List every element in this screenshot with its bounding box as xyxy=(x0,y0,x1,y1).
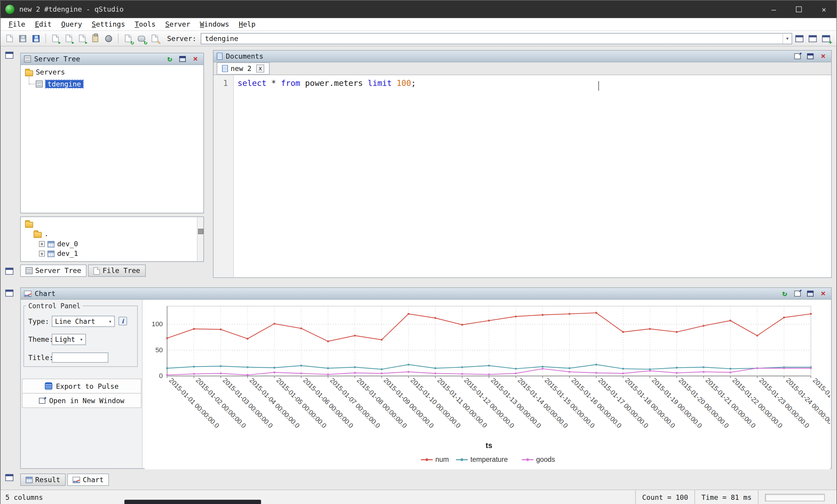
dock-restore-icon-top-left[interactable] xyxy=(5,52,14,59)
button-label: Export to Pulse xyxy=(56,382,119,390)
tree-item-dev-0[interactable]: + dev_0 xyxy=(39,239,78,248)
titlebar: new 2 #tdengine - qStudio — × xyxy=(1,1,836,18)
menu-file[interactable]: File xyxy=(4,19,30,29)
line-chart: 0501002015-01-01 00:00:00.02015-01-02 00… xyxy=(145,300,830,469)
svg-text:2015-01-11 00:00:00.0: 2015-01-11 00:00:00.0 xyxy=(436,376,488,429)
server-tree-panel: Server Tree ↻ × Servers tdengine xyxy=(20,53,204,213)
svg-text:temperature: temperature xyxy=(470,455,508,463)
tab-new-2[interactable]: new 2 x xyxy=(217,62,270,75)
tree-item-dev-1[interactable]: + dev_1 xyxy=(39,249,78,258)
desktop-background-artifact xyxy=(124,500,261,504)
chart-icon xyxy=(72,477,80,483)
close-panel-icon[interactable]: × xyxy=(818,52,828,61)
menu-server[interactable]: Server xyxy=(161,19,195,29)
svg-text:2015-01-23 00:00:00.0: 2015-01-23 00:00:00.0 xyxy=(758,376,811,429)
tab-result[interactable]: Result xyxy=(20,473,66,486)
code-line: select * from power.meters limit 100; xyxy=(237,78,416,88)
edit-server-button[interactable]: ✎ xyxy=(148,32,161,44)
minimize-button[interactable]: — xyxy=(761,1,786,18)
close-panel-icon[interactable]: × xyxy=(818,289,828,298)
dock-window-icon-bottom[interactable] xyxy=(5,474,14,481)
chart-theme-select[interactable]: Light ▾ xyxy=(52,334,86,345)
tab-server-tree[interactable]: Server Tree xyxy=(20,265,87,277)
chevron-down-icon: ▾ xyxy=(106,318,114,324)
popout-icon: ↗ xyxy=(39,397,45,404)
chevron-down-icon[interactable]: ▾ xyxy=(782,33,791,43)
svg-text:2015-01-14 00:00:00.0: 2015-01-14 00:00:00.0 xyxy=(516,376,569,429)
layout-editor-button[interactable] xyxy=(806,32,819,44)
dock-window-icon-left[interactable] xyxy=(5,268,14,275)
svg-text:50: 50 xyxy=(156,346,163,354)
refresh-icon[interactable]: ↻ xyxy=(780,289,789,298)
sql-editor[interactable]: 1 select * from power.meters limit 100; xyxy=(214,75,831,277)
tree-item-tdengine[interactable]: tdengine xyxy=(36,80,83,89)
popout-panel-icon[interactable]: ↗ xyxy=(793,289,802,298)
copy-button[interactable] xyxy=(89,32,102,44)
stop-query-button[interactable] xyxy=(103,32,115,44)
svg-text:2015-01-22 00:00:00.0: 2015-01-22 00:00:00.0 xyxy=(731,376,784,429)
tab-label: File Tree xyxy=(103,267,140,275)
svg-text:2015-01-04 00:00:00.0: 2015-01-04 00:00:00.0 xyxy=(248,376,301,429)
chart-title: Chart xyxy=(35,290,56,298)
menu-query[interactable]: Query xyxy=(56,19,87,29)
chart-type-select[interactable]: Line Chart ▾ xyxy=(52,315,115,326)
close-panel-icon[interactable]: × xyxy=(191,54,200,64)
tab-label: Result xyxy=(35,475,60,484)
dock-restore-icon-bottom-left[interactable] xyxy=(5,290,14,297)
window-title: new 2 #tdengine - qStudio xyxy=(19,5,124,14)
layout-panel-button[interactable] xyxy=(793,32,805,44)
close-button[interactable]: × xyxy=(811,1,836,18)
chart-title-input[interactable] xyxy=(52,352,108,362)
expand-icon[interactable]: + xyxy=(39,241,45,247)
svg-text:2015-01-05 00:00:00.0: 2015-01-05 00:00:00.0 xyxy=(275,376,328,429)
open-in-new-window-button[interactable]: ↗ Open in New Window xyxy=(22,393,141,408)
menu-help[interactable]: Help xyxy=(234,19,260,29)
maximize-button[interactable] xyxy=(786,1,812,18)
maximize-icon xyxy=(807,291,813,297)
menu-edit[interactable]: Edit xyxy=(30,19,56,29)
add-panel-button[interactable]: + xyxy=(820,32,832,44)
refresh-icon[interactable]: ↻ xyxy=(165,54,175,64)
scrollbar-thumb[interactable] xyxy=(198,229,203,234)
scrollbar[interactable] xyxy=(197,217,203,261)
line-number: 1 xyxy=(223,78,228,88)
new-document-icon xyxy=(6,35,12,42)
run-selection-button[interactable]: ▸ xyxy=(76,32,88,44)
popout-arrow-icon: ↗ xyxy=(799,50,802,56)
save-button[interactable] xyxy=(30,32,42,44)
expand-icon[interactable]: + xyxy=(39,250,45,257)
tree-item-dot[interactable]: . xyxy=(34,229,49,238)
new-document-button[interactable] xyxy=(3,32,16,44)
maximize-panel-icon[interactable] xyxy=(178,54,187,64)
maximize-panel-icon[interactable] xyxy=(805,289,815,298)
menu-tools[interactable]: Tools xyxy=(130,19,161,29)
chart-icon xyxy=(24,290,32,297)
tree-item-servers[interactable]: Servers xyxy=(25,68,65,77)
run-line-button[interactable]: ▸ xyxy=(62,32,75,44)
refresh-server-button[interactable]: ↻ xyxy=(135,32,147,44)
run-query-button[interactable]: ▸ xyxy=(49,32,61,44)
export-to-pulse-button[interactable]: Export to Pulse xyxy=(22,379,141,394)
refresh-icon: ↻ xyxy=(130,39,134,45)
open-file-button[interactable] xyxy=(17,32,29,44)
maximize-panel-icon[interactable] xyxy=(805,52,815,61)
svg-text:2015-01-13 00:00:00.0: 2015-01-13 00:00:00.0 xyxy=(489,376,542,429)
tree-item-root-folder[interactable] xyxy=(25,219,33,228)
menu-windows[interactable]: Windows xyxy=(195,19,234,29)
sql-text: power.meters xyxy=(300,78,368,88)
button-label: Open in New Window xyxy=(49,396,124,405)
svg-text:2015-01-18 00:00:00.0: 2015-01-18 00:00:00.0 xyxy=(624,376,677,429)
sql-text: * xyxy=(267,78,281,88)
info-icon[interactable]: i xyxy=(119,317,127,325)
tab-chart[interactable]: Chart xyxy=(67,473,109,486)
popout-panel-icon[interactable]: ↗ xyxy=(793,52,802,61)
server-combobox[interactable]: tdengine ▾ xyxy=(201,33,793,44)
menu-settings[interactable]: Settings xyxy=(87,19,130,29)
refresh-document-button[interactable]: ↻ xyxy=(122,32,134,44)
status-progress-section xyxy=(758,490,836,504)
tab-file-tree[interactable]: File Tree xyxy=(88,265,145,277)
pulse-icon xyxy=(44,382,52,390)
popout-arrow-icon: ↗ xyxy=(43,394,47,400)
server-tree-title: Server Tree xyxy=(34,55,80,63)
close-tab-icon[interactable]: x xyxy=(256,64,265,73)
